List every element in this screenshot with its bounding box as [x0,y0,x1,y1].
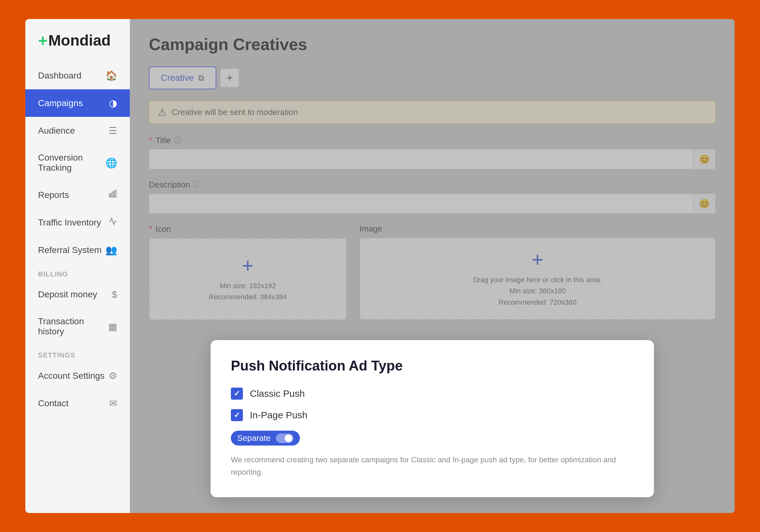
sidebar: + Mondiad Dashboard 🏠 Campaigns ◑ Audien… [25,19,130,513]
modal-title: Push Notification Ad Type [231,358,634,374]
dollar-icon: $ [112,289,117,300]
in-page-push-checkmark: ✓ [234,411,240,419]
referral-icon: 👥 [106,244,117,256]
logo-plus-icon: + [38,32,48,49]
sidebar-item-conversion-tracking[interactable]: Conversion Tracking 🌐 [25,144,130,181]
svg-rect-1 [112,192,114,197]
toggle-switch[interactable] [276,434,294,443]
in-page-push-label: In-Page Push [250,410,308,420]
mail-icon: ✉ [109,398,117,409]
classic-push-checkbox-row: ✓ Classic Push [231,388,634,400]
svg-rect-2 [115,191,116,197]
sidebar-item-dashboard[interactable]: Dashboard 🏠 [25,62,130,89]
classic-push-checkmark: ✓ [234,389,240,398]
campaigns-icon: ◑ [109,98,117,109]
push-notification-modal: Push Notification Ad Type ✓ Classic Push… [211,340,654,497]
sidebar-item-campaigns[interactable]: Campaigns ◑ [25,89,130,117]
sidebar-item-traffic-inventory[interactable]: Traffic Inventory [25,209,130,236]
chart-icon [108,189,117,200]
globe-icon: 🌐 [106,157,117,169]
modal-overlay: Push Notification Ad Type ✓ Classic Push… [130,19,735,513]
sidebar-item-transactions[interactable]: Transaction history ▦ [25,308,130,345]
main-content: Campaign Creatives Creative ⧉ + ⚠ Creati… [130,19,735,513]
history-icon: ▦ [108,321,117,332]
sidebar-item-audience[interactable]: Audience ☰ [25,117,130,144]
classic-push-label: Classic Push [250,388,305,399]
separate-toggle[interactable]: Separate [231,431,300,446]
separate-toggle-row: Separate [231,431,634,446]
app-container: + Mondiad Dashboard 🏠 Campaigns ◑ Audien… [25,19,735,513]
in-page-push-checkbox-row: ✓ In-Page Push [231,409,634,421]
svg-rect-0 [110,194,111,197]
separate-toggle-label: Separate [237,433,271,443]
sidebar-item-deposit[interactable]: Deposit money $ [25,281,130,308]
sidebar-item-contact[interactable]: Contact ✉ [25,390,130,417]
billing-section-label: BILLING [25,264,130,281]
settings-section-label: SETTINGS [25,345,130,362]
gear-icon: ⚙ [109,370,117,381]
sidebar-item-account-settings[interactable]: Account Settings ⚙ [25,362,130,390]
classic-push-checkbox[interactable]: ✓ [231,388,243,400]
sidebar-item-reports[interactable]: Reports [25,181,130,209]
sidebar-item-referral[interactable]: Referral System 👥 [25,236,130,264]
logo-text: Mondiad [48,32,111,49]
sidebar-nav: Dashboard 🏠 Campaigns ◑ Audience ☰ Conve… [25,59,130,513]
logo: + Mondiad [25,19,130,59]
home-icon: 🏠 [106,70,117,81]
modal-hint: We recommend creating two separate campa… [231,454,634,478]
audience-icon: ☰ [109,125,117,136]
in-page-push-checkbox[interactable]: ✓ [231,409,243,421]
traffic-icon [108,217,117,228]
toggle-knob [285,434,292,442]
